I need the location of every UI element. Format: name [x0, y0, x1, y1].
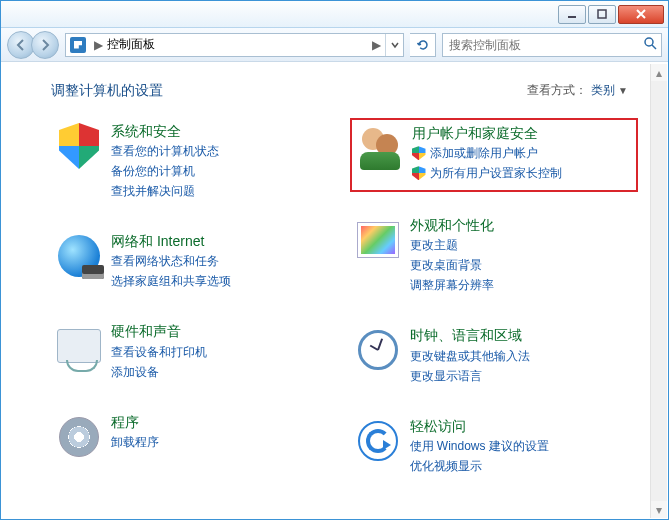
- breadcrumb-location[interactable]: 控制面板: [107, 36, 368, 53]
- cat-link[interactable]: 更改主题: [410, 236, 494, 254]
- view-by[interactable]: 查看方式： 类别 ▼: [527, 82, 628, 99]
- appearance-icon: [354, 216, 402, 264]
- svg-point-2: [645, 38, 653, 46]
- cat-link[interactable]: 更改键盘或其他输入法: [410, 347, 530, 365]
- search-icon[interactable]: [643, 36, 657, 53]
- cat-appearance: 外观和个性化 更改主题 更改桌面背景 调整屏幕分辨率: [350, 212, 639, 302]
- maximize-button[interactable]: [588, 5, 616, 24]
- cat-link[interactable]: 查看您的计算机状态: [111, 142, 219, 160]
- cat-title-network[interactable]: 网络和 Internet: [111, 232, 231, 250]
- left-column: 系统和安全 查看您的计算机状态 备份您的计算机 查找并解决问题 网络和 Inte…: [51, 118, 340, 483]
- ease-icon: [354, 417, 402, 465]
- address-bar[interactable]: ▶ 控制面板 ▶: [65, 33, 404, 57]
- refresh-button[interactable]: [410, 33, 436, 57]
- cat-title-system[interactable]: 系统和安全: [111, 122, 219, 140]
- nav-buttons: [7, 31, 59, 59]
- cat-link[interactable]: 查找并解决问题: [111, 182, 219, 200]
- vertical-scrollbar[interactable]: ▴ ▾: [650, 64, 667, 518]
- cat-link[interactable]: 优化视频显示: [410, 457, 549, 475]
- uac-shield-icon: [412, 166, 426, 180]
- svg-rect-1: [598, 10, 606, 18]
- view-by-value[interactable]: 类别: [591, 83, 615, 97]
- scroll-track[interactable]: [651, 81, 667, 501]
- cat-link[interactable]: 查看网络状态和任务: [111, 252, 231, 270]
- control-panel-window: ▶ 控制面板 ▶ 调整计算机的设置 查看方式： 类别 ▼: [0, 0, 669, 520]
- uac-shield-icon: [412, 146, 426, 160]
- users-icon: [356, 124, 404, 172]
- content-area: 调整计算机的设置 查看方式： 类别 ▼ 系统和安全 查看您的计算机状态 备份您的…: [1, 64, 668, 519]
- address-dropdown[interactable]: [385, 34, 403, 56]
- search-box[interactable]: [442, 33, 662, 57]
- globe-icon: [55, 232, 103, 280]
- cat-title-clock[interactable]: 时钟、语言和区域: [410, 326, 530, 344]
- close-button[interactable]: [618, 5, 664, 24]
- chevron-down-icon: ▼: [618, 85, 628, 96]
- cat-link[interactable]: 查看设备和打印机: [111, 343, 207, 361]
- category-grid: 系统和安全 查看您的计算机状态 备份您的计算机 查找并解决问题 网络和 Inte…: [51, 118, 638, 483]
- cat-link[interactable]: 更改桌面背景: [410, 256, 494, 274]
- cat-user-accounts: 用户帐户和家庭安全 添加或删除用户帐户 为所有用户设置家长控制: [350, 118, 639, 192]
- cat-link[interactable]: 添加或删除用户帐户: [412, 144, 562, 162]
- breadcrumb-sep-2: ▶: [368, 38, 385, 52]
- scroll-down-button[interactable]: ▾: [651, 501, 667, 518]
- cat-link[interactable]: 备份您的计算机: [111, 162, 219, 180]
- svg-rect-0: [568, 16, 576, 18]
- cat-hardware: 硬件和声音 查看设备和打印机 添加设备: [51, 318, 340, 388]
- cat-link[interactable]: 更改显示语言: [410, 367, 530, 385]
- navbar: ▶ 控制面板 ▶: [1, 28, 668, 62]
- cat-title-users[interactable]: 用户帐户和家庭安全: [412, 124, 562, 142]
- control-panel-icon: [70, 37, 86, 53]
- forward-button[interactable]: [31, 31, 59, 59]
- cat-network: 网络和 Internet 查看网络状态和任务 选择家庭组和共享选项: [51, 228, 340, 298]
- cat-clock: 时钟、语言和区域 更改键盘或其他输入法 更改显示语言: [350, 322, 639, 392]
- cat-link[interactable]: 调整屏幕分辨率: [410, 276, 494, 294]
- cat-title-hardware[interactable]: 硬件和声音: [111, 322, 207, 340]
- disc-icon: [55, 413, 103, 461]
- search-input[interactable]: [447, 37, 643, 53]
- shield-icon: [55, 122, 103, 170]
- cat-title-appearance[interactable]: 外观和个性化: [410, 216, 494, 234]
- printer-icon: [55, 322, 103, 370]
- cat-link[interactable]: 为所有用户设置家长控制: [412, 164, 562, 182]
- view-by-label: 查看方式：: [527, 83, 587, 97]
- cat-title-ease[interactable]: 轻松访问: [410, 417, 549, 435]
- cat-link[interactable]: 选择家庭组和共享选项: [111, 272, 231, 290]
- titlebar: [1, 1, 668, 28]
- breadcrumb-sep: ▶: [90, 38, 107, 52]
- right-column: 用户帐户和家庭安全 添加或删除用户帐户 为所有用户设置家长控制 外观和个性化 更…: [350, 118, 639, 483]
- cat-link[interactable]: 添加设备: [111, 363, 207, 381]
- minimize-button[interactable]: [558, 5, 586, 24]
- cat-link[interactable]: 卸载程序: [111, 433, 159, 451]
- cat-title-programs[interactable]: 程序: [111, 413, 159, 431]
- cat-system-security: 系统和安全 查看您的计算机状态 备份您的计算机 查找并解决问题: [51, 118, 340, 208]
- clock-icon: [354, 326, 402, 374]
- cat-ease-of-access: 轻松访问 使用 Windows 建议的设置 优化视频显示: [350, 413, 639, 483]
- scroll-up-button[interactable]: ▴: [651, 64, 667, 81]
- cat-link[interactable]: 使用 Windows 建议的设置: [410, 437, 549, 455]
- cat-programs: 程序 卸载程序: [51, 409, 340, 469]
